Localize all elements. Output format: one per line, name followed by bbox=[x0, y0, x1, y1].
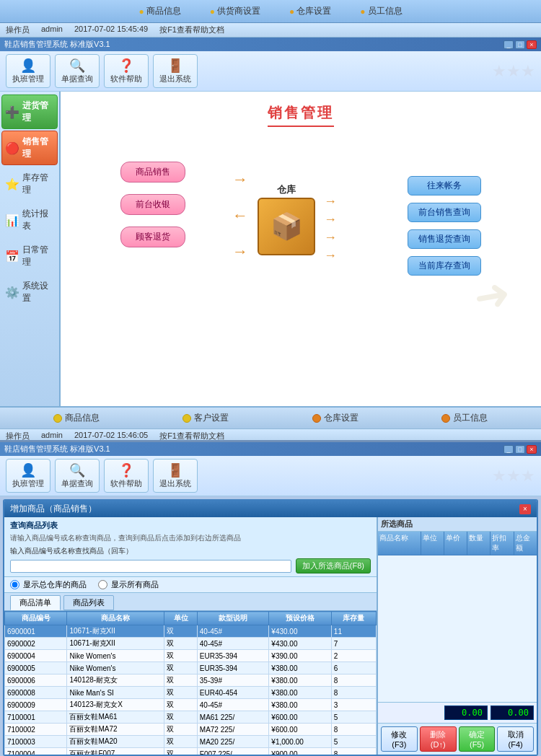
top-nav-warehouse[interactable]: ●仓库设置 bbox=[289, 5, 331, 17]
add-selected-btn[interactable]: 加入所选商品(F8) bbox=[296, 558, 371, 573]
query-icon: 🔍 bbox=[69, 58, 85, 74]
sidebar-item-daily[interactable]: 📅 日常管理 bbox=[1, 239, 58, 273]
sidebar-item-stock-in[interactable]: ➕ 进货管理 bbox=[1, 94, 58, 129]
front-sales-query-btn[interactable]: 前台销售查询 bbox=[408, 203, 481, 222]
table-row[interactable]: 7100002百丽女鞋MA72双MA72 225/¥600.008 bbox=[5, 724, 377, 736]
bottom-nav-warehouse[interactable]: 仓库设置 bbox=[312, 412, 359, 424]
sel-col-unit: 单位 bbox=[421, 532, 444, 555]
bottom-nav-goods[interactable]: 商品信息 bbox=[53, 412, 100, 424]
reports-label: 统计报表 bbox=[22, 208, 54, 232]
radio-total-warehouse[interactable]: 显示总仓库的商品 bbox=[10, 579, 87, 590]
window2-title: 鞋店销售管理系统 标准版V3.1 bbox=[4, 444, 110, 454]
close-btn-1[interactable]: × bbox=[527, 40, 537, 49]
query-label: 单据查询 bbox=[61, 74, 93, 84]
action-buttons: 修改(F3) 删除(D↑) 确定(F5) 取消(F4) bbox=[378, 723, 537, 755]
operator-label: 操作员 bbox=[6, 25, 30, 35]
exit-icon: 🚪 bbox=[167, 58, 183, 74]
close-btn-2[interactable]: × bbox=[527, 445, 537, 454]
datetime-b1: 2017-07-02 15:46:05 bbox=[74, 431, 148, 440]
table-row[interactable]: 6900005Nike Women's双EUR35-394¥380.006 bbox=[5, 662, 377, 674]
sel-col-qty: 数量 bbox=[467, 532, 491, 555]
inventory-label: 库存管理 bbox=[22, 172, 54, 196]
sel-col-total: 总金额 bbox=[514, 532, 537, 555]
sidebar-item-settings[interactable]: ⚙️ 系统设置 bbox=[1, 275, 58, 309]
col-unit: 单位 bbox=[164, 612, 197, 625]
window1-title: 鞋店销售管理系统 标准版V3.1 bbox=[4, 39, 110, 50]
sales-return-query-btn[interactable]: 销售退货查询 bbox=[408, 229, 481, 249]
shift-btn[interactable]: 👤 执班管理 bbox=[6, 54, 50, 88]
radio-group: 显示总仓库的商品 显示所有商品 bbox=[4, 577, 377, 593]
window2-titlebar: 鞋店销售管理系统 标准版V3.1 _ □ × bbox=[0, 442, 541, 456]
product-sales-btn[interactable]: 商品销售 bbox=[120, 162, 185, 183]
selected-panel: 所选商品 商品名称 单位 单价 数量 折扣率 总金额 0.00 0.00 bbox=[378, 517, 537, 755]
sidebar-item-sales[interactable]: 🔴 销售管理 bbox=[1, 131, 58, 165]
status-bar-bottom-1: 操作员 admin 2017-07-02 15:46:05 按F1查看帮助文档 bbox=[0, 428, 541, 440]
front-cashier-btn[interactable]: 前台收银 bbox=[120, 194, 185, 215]
table-row[interactable]: 690000110671-耐克XII双40-45#¥430.0011 bbox=[5, 625, 377, 638]
cancel-btn[interactable]: 取消(F4) bbox=[497, 726, 534, 752]
minimize-btn-2[interactable]: _ bbox=[503, 445, 514, 454]
shift-icon: 👤 bbox=[20, 58, 36, 74]
query-btn-2[interactable]: 🔍 单据查询 bbox=[55, 459, 100, 493]
shift-label: 执班管理 bbox=[12, 74, 44, 84]
tab-product-list-2[interactable]: 商品列表 bbox=[63, 595, 114, 610]
customer-return-btn[interactable]: 顾客退货 bbox=[120, 227, 185, 247]
top-nav-goods[interactable]: ●商品信息 bbox=[139, 5, 181, 17]
top-nav-staff[interactable]: ●员工信息 bbox=[360, 5, 402, 17]
status-bar-1: 操作员 admin 2017-07-02 15:45:49 按F1查看帮助文档 bbox=[0, 23, 541, 38]
table-row[interactable]: 7100001百丽女鞋MA61双MA61 225/¥600.005 bbox=[5, 711, 377, 724]
toolbar-1: 👤 执班管理 🔍 单据查询 ❓ 软件帮助 🚪 退出系统 ★★★ bbox=[0, 51, 541, 92]
table-row[interactable]: 6900009140123-耐克女X双40-45#¥380.003 bbox=[5, 699, 377, 711]
daily-icon: 📅 bbox=[5, 250, 19, 263]
shift-btn-2[interactable]: 👤 执班管理 bbox=[6, 459, 50, 493]
table-row[interactable]: 7100003百丽女鞋MA20双MA20 225/¥1,000.005 bbox=[5, 736, 377, 748]
dialog-close-btn[interactable]: × bbox=[519, 504, 531, 514]
query-btn[interactable]: 🔍 单据查询 bbox=[55, 54, 100, 88]
stock-in-label: 进货管理 bbox=[22, 100, 54, 124]
bottom-nav-staff[interactable]: 员工信息 bbox=[441, 412, 488, 424]
exit-btn-2[interactable]: 🚪 退出系统 bbox=[153, 459, 198, 493]
sales-title: 销售管理 bbox=[268, 103, 334, 127]
edit-btn[interactable]: 修改(F3) bbox=[381, 726, 418, 752]
help-btn-2[interactable]: ❓ 软件帮助 bbox=[104, 459, 149, 493]
window1-controls: _ □ × bbox=[503, 40, 537, 49]
sel-col-price: 单价 bbox=[444, 532, 467, 555]
sidebar-item-reports[interactable]: 📊 统计报表 bbox=[1, 203, 58, 237]
confirm-btn[interactable]: 确定(F5) bbox=[459, 726, 496, 752]
help-hint-b1: 按F1查看帮助文档 bbox=[159, 431, 224, 440]
delete-btn[interactable]: 删除(D↑) bbox=[420, 726, 457, 752]
add-product-dialog: 增加商品（商品销售） × 查询商品列表 请输入商品编号或名称查询商品，查询到商品… bbox=[3, 499, 538, 756]
sel-col-name: 商品名称 bbox=[378, 532, 421, 555]
daily-label: 日常管理 bbox=[22, 244, 54, 268]
help-label: 软件帮助 bbox=[110, 74, 142, 84]
stock-in-icon: ➕ bbox=[5, 105, 19, 119]
exit-label: 退出系统 bbox=[159, 74, 191, 84]
maximize-btn-1[interactable]: □ bbox=[515, 40, 525, 49]
minimize-btn-1[interactable]: _ bbox=[503, 40, 514, 49]
bottom-nav-1: 商品信息 客户设置 仓库设置 员工信息 bbox=[0, 406, 541, 428]
dialog-titlebar: 增加商品（商品销售） × bbox=[4, 501, 537, 517]
bottom-nav-customer[interactable]: 客户设置 bbox=[182, 412, 229, 424]
tab-product-list-1[interactable]: 商品清单 bbox=[10, 595, 61, 610]
window1-titlebar: 鞋店销售管理系统 标准版V3.1 _ □ × bbox=[0, 38, 541, 51]
ledger-btn[interactable]: 往来帐务 bbox=[408, 176, 481, 195]
table-row[interactable]: 690000210671-耐克XII双40-45#¥430.007 bbox=[5, 638, 377, 650]
help-btn[interactable]: ❓ 软件帮助 bbox=[104, 54, 149, 88]
exit-btn[interactable]: 🚪 退出系统 bbox=[153, 54, 198, 88]
maximize-btn-2[interactable]: □ bbox=[515, 445, 525, 454]
table-row[interactable]: 6900006140128-耐克女双35-39#¥380.008 bbox=[5, 674, 377, 687]
table-row[interactable]: 6900004Nike Women's双EUR35-394¥390.002 bbox=[5, 650, 377, 662]
table-row[interactable]: 7100004百丽女鞋F007双F007 225/¥900.008 bbox=[5, 748, 377, 755]
col-price: 预设价格 bbox=[269, 612, 331, 625]
datetime-1: 2017-07-02 15:45:49 bbox=[74, 25, 148, 35]
sales-main: 销售管理 商品销售 前台收银 顾客退货 → ← → 仓库 📦 bbox=[61, 92, 541, 406]
radio-all[interactable]: 显示所有商品 bbox=[98, 579, 159, 590]
product-search-input[interactable] bbox=[10, 560, 291, 573]
sidebar-item-inventory[interactable]: ⭐ 库存管理 bbox=[1, 167, 58, 201]
dialog-title-text: 增加商品（商品销售） bbox=[10, 503, 97, 515]
warehouse-label: 仓库 bbox=[258, 183, 315, 196]
table-row[interactable]: 6900008Nike Man's SI双EUR40-454¥380.008 bbox=[5, 687, 377, 699]
selected-panel-title: 所选商品 bbox=[378, 517, 537, 532]
settings-label: 系统设置 bbox=[22, 280, 54, 304]
top-nav-supplier[interactable]: ●供货商设置 bbox=[210, 5, 260, 17]
